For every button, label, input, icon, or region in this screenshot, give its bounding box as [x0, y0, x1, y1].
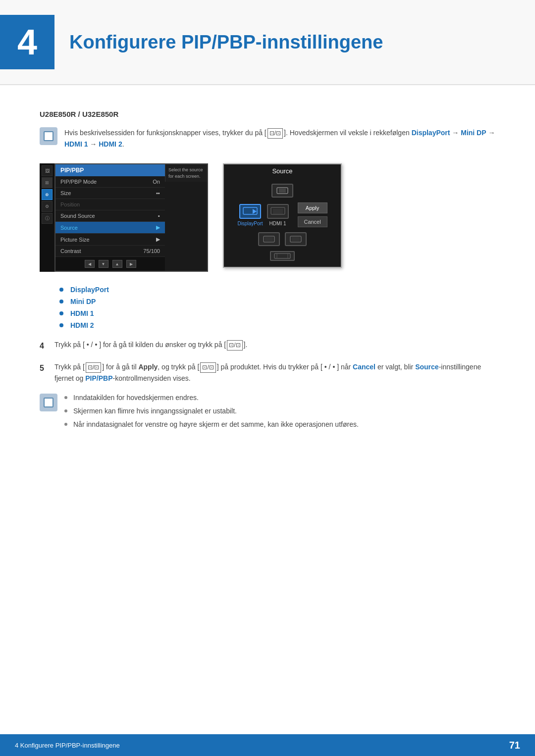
jog-icon-5a: ⊡/⊡: [86, 362, 101, 373]
osd-row-pipmode: PIP/PBP ModeOn: [55, 176, 165, 188]
source-ref: Source: [415, 363, 438, 371]
note-icon-inner-2: [44, 398, 54, 407]
port-svg-bottom2: [290, 236, 302, 243]
sidebar-icon-5: ⓘ: [42, 213, 53, 224]
bullet-label-1: DisplayPort: [70, 286, 109, 294]
step-4-text: Trykk på [ • / • ] for å gå til kilden d…: [54, 339, 495, 351]
sidebar-icon-2: ⊠: [42, 177, 53, 188]
osd-sidebar: 🖼 ⊠ ⊕ ⚙ ⓘ: [40, 163, 54, 272]
bullet-item-hdmi2: HDMI 2: [59, 321, 495, 329]
bullet-dot-3: [59, 311, 63, 315]
nav-btn-down: ▼: [99, 260, 108, 268]
sidebar-icon-1: 🖼: [42, 165, 53, 176]
osd-nav-row: ◀ ▼ ▲ ▶: [55, 257, 165, 271]
step-4: 4 Trykk på [ • / • ] for å gå til kilden…: [40, 339, 495, 353]
note-icon-1: [40, 127, 57, 145]
svg-rect-7: [265, 237, 273, 241]
source-port-displayport: DisplayPort: [237, 204, 263, 226]
svg-marker-3: [253, 209, 257, 214]
bullet-item-hdmi1: HDMI 1: [59, 309, 495, 317]
note-dot-2: [64, 409, 67, 412]
note-bullet-text-3: Når inndatasignalet for venstre og høyre…: [73, 419, 359, 430]
osd-row-soundsource: Sound Source▪: [55, 210, 165, 222]
bullet-dot-4: [59, 323, 63, 327]
screenshots-row: 🖼 ⊠ ⊕ ⚙ ⓘ PIP/PBP PIP/PBP ModeOn Size▪▪: [40, 163, 495, 272]
footer-page: 71: [509, 740, 520, 751]
note-dot-3: [64, 423, 67, 426]
bullet-dot-1: [59, 288, 63, 292]
model-label: U28E850R / U32E850R: [40, 110, 495, 118]
osd-row-source: Source▶: [55, 222, 165, 234]
nav-btn-right: ▶: [126, 260, 136, 268]
osd-menu-container: 🖼 ⊠ ⊕ ⚙ ⓘ PIP/PBP PIP/PBP ModeOn Size▪▪: [40, 163, 208, 272]
displayport-icon: [239, 204, 261, 219]
nav-btn-up: ▲: [112, 260, 122, 268]
source-dialog-body: DisplayPort HDMI 1 Apply Can: [224, 178, 341, 267]
note-box-1: Hvis beskrivelsessiden for funksjonsknap…: [40, 127, 495, 150]
highlight-displayport: DisplayPort: [412, 129, 450, 137]
svg-rect-5: [273, 209, 283, 214]
sidebar-icon-4: ⚙: [42, 201, 53, 212]
source-bullet-list: DisplayPort Mini DP HDMI 1 HDMI 2: [59, 286, 495, 329]
apply-button[interactable]: Apply: [298, 202, 327, 213]
step-5: 5 Trykk på [⊡/⊡] for å gå til Apply, og …: [40, 361, 495, 384]
cancel-button[interactable]: Cancel: [298, 216, 327, 227]
note-bullet-1: Inndatakilden for hovedskjermen endres.: [64, 393, 495, 403]
connector-svg: [274, 253, 291, 259]
chapter-title: Konfigurere PIP/PBP-innstillingene: [69, 32, 383, 53]
osd-row-size: Size▪▪: [55, 188, 165, 199]
source-dialog: Source: [223, 163, 342, 268]
osd-menu: PIP/PBP PIP/PBP ModeOn Size▪▪ Position S…: [54, 163, 208, 272]
bottom-connector-icon: [270, 251, 295, 261]
jog-icon-4: ⊡/⊡: [227, 340, 242, 351]
chapter-header: 4 Konfigurere PIP/PBP-innstillingene: [0, 0, 535, 85]
cancel-ref: Cancel: [353, 363, 375, 371]
source-port-row: DisplayPort HDMI 1 Apply Can: [237, 202, 327, 227]
main-content: U28E850R / U32E850R Hvis beskrivelsessid…: [0, 85, 535, 482]
pip-ref: PIP/PBP: [85, 374, 112, 382]
bullet-item-minidp: Mini DP: [59, 298, 495, 305]
hdmi1-label: HDMI 1: [269, 221, 286, 226]
page-footer: 4 Konfigurere PIP/PBP-innstillingene 71: [0, 734, 535, 756]
nav-btn-left: ◀: [85, 260, 95, 268]
note-bullet-2: Skjermen kan flimre hvis inngangssignale…: [64, 406, 495, 416]
note-text-1: Hvis beskrivelsessiden for funksjonsknap…: [64, 127, 495, 150]
source-port-hdmi1: HDMI 1: [267, 204, 289, 226]
highlight-hdmi2: HDMI 2: [99, 140, 122, 148]
bullet-label-4: HDMI 2: [70, 321, 94, 329]
step-5-number: 5: [40, 361, 54, 375]
osd-row-picturesize: Picture Size▶: [55, 234, 165, 246]
footer-text: 4 Konfigurere PIP/PBP-innstillingene: [15, 742, 120, 749]
step-5-text: Trykk på [⊡/⊡] for å gå til Apply, og tr…: [54, 361, 495, 384]
source-bottom-row: [258, 232, 307, 246]
source-top-port: [271, 184, 293, 198]
hdmi-icon-top: [276, 187, 288, 194]
note-bullet-text-1: Inndatakilden for hovedskjermen endres.: [73, 393, 199, 403]
source-action-buttons: Apply Cancel: [298, 202, 327, 227]
button-icon: ⊡/⊡: [268, 128, 283, 139]
dp-port-svg: [243, 207, 258, 216]
bullet-dot-2: [59, 300, 63, 303]
highlight-hdmi1: HDMI 1: [64, 140, 88, 148]
highlight-minidp: Mini DP: [461, 129, 486, 137]
chapter-number: 4: [17, 22, 37, 62]
source-dialog-header: Source: [224, 164, 341, 178]
osd-row-contrast: Contrast75/100: [55, 246, 165, 257]
osd-menu-header: PIP/PBP: [55, 164, 165, 176]
displayport-label: DisplayPort: [237, 221, 263, 226]
step-4-number: 4: [40, 339, 54, 353]
svg-rect-1: [279, 189, 286, 193]
bullet-label-2: Mini DP: [70, 298, 96, 305]
hdmi-port-svg: [270, 207, 285, 216]
note-icon-inner: [44, 131, 54, 141]
chapter-number-box: 4: [0, 15, 54, 69]
bullet-item-displayport: DisplayPort: [59, 286, 495, 294]
note-box-2: Inndatakilden for hovedskjermen endres. …: [40, 393, 495, 433]
note-icon-2: [40, 394, 57, 411]
svg-rect-9: [292, 237, 300, 241]
note-bullet-3: Når inndatasignalet for venstre og høyre…: [64, 419, 495, 430]
bottom-port-icon-2: [285, 232, 307, 246]
bottom-port-icon-1: [258, 232, 280, 246]
port-svg-bottom1: [263, 236, 275, 243]
sidebar-icon-3: ⊕: [42, 189, 53, 200]
